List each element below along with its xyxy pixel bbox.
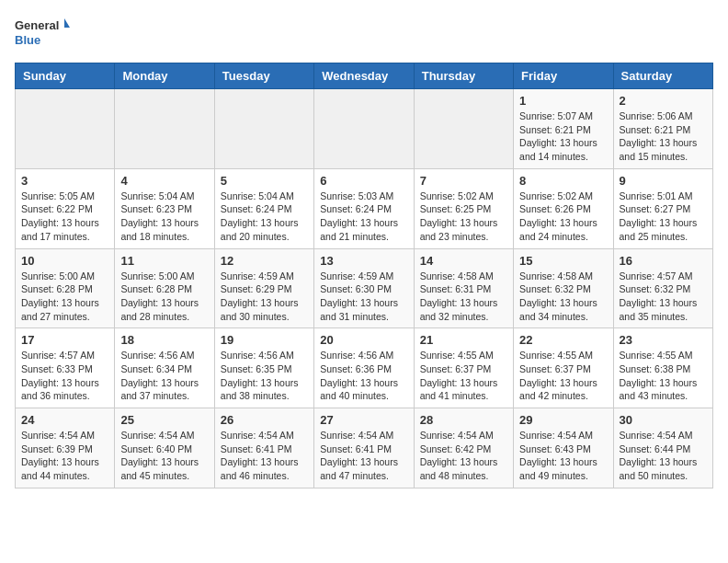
day-info: Sunrise: 4:55 AM Sunset: 6:37 PM Dayligh… [519,349,607,403]
col-header-saturday: Saturday [613,63,712,89]
day-number: 19 [221,333,308,347]
col-header-thursday: Thursday [414,63,513,89]
calendar-cell: 25Sunrise: 4:54 AM Sunset: 6:40 PM Dayli… [115,408,214,488]
logo-svg: General Blue [15,15,70,52]
day-info: Sunrise: 4:58 AM Sunset: 6:32 PM Dayligh… [519,270,607,324]
day-number: 27 [320,413,407,427]
calendar-cell: 27Sunrise: 4:54 AM Sunset: 6:41 PM Dayli… [314,408,414,488]
calendar-cell: 23Sunrise: 4:55 AM Sunset: 6:38 PM Dayli… [613,328,712,408]
calendar-cell: 17Sunrise: 4:57 AM Sunset: 6:33 PM Dayli… [16,328,115,408]
day-number: 20 [320,333,407,347]
col-header-tuesday: Tuesday [214,63,313,89]
day-number: 16 [620,254,707,268]
calendar-cell: 15Sunrise: 4:58 AM Sunset: 6:32 PM Dayli… [514,248,613,328]
day-info: Sunrise: 4:54 AM Sunset: 6:39 PM Dayligh… [21,429,108,483]
col-header-friday: Friday [514,63,613,89]
day-number: 4 [120,174,208,188]
calendar-cell: 13Sunrise: 4:59 AM Sunset: 6:30 PM Dayli… [314,248,414,328]
calendar-cell: 19Sunrise: 4:56 AM Sunset: 6:35 PM Dayli… [214,328,313,408]
logo: General Blue [15,15,70,52]
day-info: Sunrise: 5:00 AM Sunset: 6:28 PM Dayligh… [120,270,208,324]
day-number: 9 [620,174,707,188]
page-header: General Blue [15,15,713,52]
day-info: Sunrise: 5:05 AM Sunset: 6:22 PM Dayligh… [21,190,108,244]
calendar-cell: 18Sunrise: 4:56 AM Sunset: 6:34 PM Dayli… [115,328,214,408]
day-number: 5 [221,174,308,188]
day-info: Sunrise: 4:54 AM Sunset: 6:40 PM Dayligh… [120,429,208,483]
day-number: 3 [21,174,108,188]
day-info: Sunrise: 5:03 AM Sunset: 6:24 PM Dayligh… [320,190,407,244]
day-info: Sunrise: 5:06 AM Sunset: 6:21 PM Dayligh… [620,109,707,164]
day-number: 8 [519,174,607,188]
day-number: 15 [519,254,607,268]
svg-text:General: General [15,18,59,32]
day-info: Sunrise: 5:07 AM Sunset: 6:21 PM Dayligh… [519,109,607,164]
day-info: Sunrise: 4:56 AM Sunset: 6:35 PM Dayligh… [221,349,308,403]
day-number: 23 [620,333,707,347]
day-info: Sunrise: 5:01 AM Sunset: 6:27 PM Dayligh… [620,190,707,244]
day-info: Sunrise: 5:04 AM Sunset: 6:23 PM Dayligh… [120,190,208,244]
day-info: Sunrise: 5:00 AM Sunset: 6:28 PM Dayligh… [21,270,108,324]
calendar-table: SundayMondayTuesdayWednesdayThursdayFrid… [15,63,713,488]
calendar-cell: 4Sunrise: 5:04 AM Sunset: 6:23 PM Daylig… [115,168,214,248]
day-info: Sunrise: 4:55 AM Sunset: 6:38 PM Dayligh… [620,349,707,403]
calendar-cell: 3Sunrise: 5:05 AM Sunset: 6:22 PM Daylig… [16,168,115,248]
day-number: 25 [120,413,208,427]
col-header-monday: Monday [115,63,214,89]
day-number: 28 [420,413,507,427]
day-number: 17 [21,333,108,347]
calendar-cell: 1Sunrise: 5:07 AM Sunset: 6:21 PM Daylig… [514,89,613,169]
calendar-cell: 9Sunrise: 5:01 AM Sunset: 6:27 PM Daylig… [613,168,712,248]
calendar-cell: 28Sunrise: 4:54 AM Sunset: 6:42 PM Dayli… [414,408,513,488]
day-info: Sunrise: 4:59 AM Sunset: 6:30 PM Dayligh… [320,270,407,324]
day-number: 12 [221,254,308,268]
day-info: Sunrise: 5:02 AM Sunset: 6:26 PM Dayligh… [519,190,607,244]
day-info: Sunrise: 4:54 AM Sunset: 6:41 PM Dayligh… [221,429,308,483]
calendar-cell: 24Sunrise: 4:54 AM Sunset: 6:39 PM Dayli… [16,408,115,488]
day-number: 30 [620,413,707,427]
calendar-cell: 10Sunrise: 5:00 AM Sunset: 6:28 PM Dayli… [16,248,115,328]
calendar-cell: 6Sunrise: 5:03 AM Sunset: 6:24 PM Daylig… [314,168,414,248]
calendar-cell [214,89,313,169]
calendar-cell [414,89,513,169]
day-info: Sunrise: 4:55 AM Sunset: 6:37 PM Dayligh… [420,349,507,403]
day-info: Sunrise: 4:59 AM Sunset: 6:29 PM Dayligh… [221,270,308,324]
day-number: 11 [120,254,208,268]
calendar-cell [314,89,414,169]
day-number: 13 [320,254,407,268]
calendar-cell: 26Sunrise: 4:54 AM Sunset: 6:41 PM Dayli… [214,408,313,488]
day-info: Sunrise: 4:58 AM Sunset: 6:31 PM Dayligh… [420,270,507,324]
calendar-cell: 29Sunrise: 4:54 AM Sunset: 6:43 PM Dayli… [514,408,613,488]
day-number: 6 [320,174,407,188]
day-number: 24 [21,413,108,427]
svg-text:Blue: Blue [15,33,40,47]
calendar-cell: 20Sunrise: 4:56 AM Sunset: 6:36 PM Dayli… [314,328,414,408]
col-header-wednesday: Wednesday [314,63,414,89]
day-info: Sunrise: 4:54 AM Sunset: 6:42 PM Dayligh… [420,429,507,483]
day-info: Sunrise: 4:54 AM Sunset: 6:44 PM Dayligh… [620,429,707,483]
day-number: 10 [21,254,108,268]
calendar-cell: 11Sunrise: 5:00 AM Sunset: 6:28 PM Dayli… [115,248,214,328]
day-info: Sunrise: 5:02 AM Sunset: 6:25 PM Dayligh… [420,190,507,244]
day-info: Sunrise: 5:04 AM Sunset: 6:24 PM Dayligh… [221,190,308,244]
day-number: 7 [420,174,507,188]
day-number: 18 [120,333,208,347]
col-header-sunday: Sunday [16,63,115,89]
calendar-cell: 2Sunrise: 5:06 AM Sunset: 6:21 PM Daylig… [613,89,712,169]
calendar-cell: 16Sunrise: 4:57 AM Sunset: 6:32 PM Dayli… [613,248,712,328]
day-number: 1 [519,94,607,108]
calendar-cell: 5Sunrise: 5:04 AM Sunset: 6:24 PM Daylig… [214,168,313,248]
day-number: 29 [519,413,607,427]
calendar-cell: 12Sunrise: 4:59 AM Sunset: 6:29 PM Dayli… [214,248,313,328]
calendar-cell: 8Sunrise: 5:02 AM Sunset: 6:26 PM Daylig… [514,168,613,248]
calendar-cell [115,89,214,169]
calendar-cell: 21Sunrise: 4:55 AM Sunset: 6:37 PM Dayli… [414,328,513,408]
day-info: Sunrise: 4:56 AM Sunset: 6:36 PM Dayligh… [320,349,407,403]
calendar-cell [16,89,115,169]
day-info: Sunrise: 4:56 AM Sunset: 6:34 PM Dayligh… [120,349,208,403]
calendar-cell: 30Sunrise: 4:54 AM Sunset: 6:44 PM Dayli… [613,408,712,488]
day-number: 2 [620,94,707,108]
calendar-cell: 14Sunrise: 4:58 AM Sunset: 6:31 PM Dayli… [414,248,513,328]
day-number: 14 [420,254,507,268]
day-number: 21 [420,333,507,347]
